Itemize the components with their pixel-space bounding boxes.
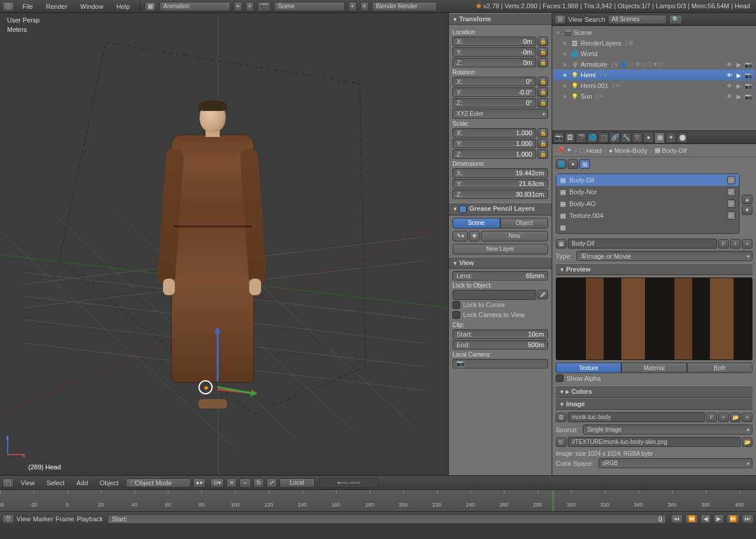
scale-y-field[interactable]: Y:1.000 <box>452 139 536 148</box>
manipulator-translate[interactable]: ↔ <box>239 478 251 488</box>
rotation-y-field[interactable]: Y:-0.0° <box>452 87 536 97</box>
rotation-mode-selector[interactable]: XYZ Euler <box>452 109 548 119</box>
tex-context-world[interactable]: 🌐 <box>556 159 566 169</box>
tab-data[interactable]: ▽ <box>632 132 643 143</box>
image-header[interactable]: Image <box>556 398 752 410</box>
lock-rot-x[interactable]: 🔓 <box>537 77 548 86</box>
tab-constraints[interactable]: 🔗 <box>610 132 620 143</box>
outliner-item-sun[interactable]: ⊕💡Sun| ☀👁▶📷 <box>553 91 755 102</box>
menu-file[interactable]: File <box>18 2 38 11</box>
keyframe-next-button[interactable]: ⏩ <box>726 514 739 524</box>
tab-material[interactable]: ● <box>643 132 654 143</box>
manipulator-scale[interactable]: ⤢ <box>266 478 277 488</box>
vp-object-menu[interactable]: Object <box>95 478 123 488</box>
image-new[interactable]: + <box>718 413 729 422</box>
lock-loc-z[interactable]: 🔓 <box>537 58 548 67</box>
lens-field[interactable]: Lens:65mm <box>452 271 548 280</box>
image-fake-user[interactable]: F <box>706 413 717 422</box>
keyframe-prev-button[interactable]: ⏪ <box>685 514 698 524</box>
preview-material-button[interactable]: Material <box>621 362 687 373</box>
preview-both-button[interactable]: Both <box>687 362 752 373</box>
scene-selector[interactable]: Scene <box>274 2 345 11</box>
gp-newlayer-button[interactable]: New Layer <box>452 244 548 254</box>
texture-slot-body-nor[interactable]: ▦Body-Nor✓ <box>556 186 739 198</box>
gp-add-button[interactable]: ✚ <box>469 231 480 241</box>
pin-icon[interactable]: 📌 <box>556 146 564 154</box>
location-z-field[interactable]: Z:0m <box>452 58 536 67</box>
menu-render[interactable]: Render <box>41 2 72 11</box>
colors-header[interactable]: ▸ Colors <box>556 386 752 398</box>
play-button[interactable]: ▶ <box>713 514 724 524</box>
breadcrumb-object[interactable]: ⬚ Head <box>579 146 602 154</box>
preview-texture-button[interactable]: Texture <box>556 362 621 373</box>
image-browse-icon[interactable]: 🖻 <box>556 413 566 422</box>
manipulator-z-axis[interactable] <box>217 332 219 381</box>
layout-icon[interactable]: ▦ <box>145 2 156 11</box>
texture-slot-body-ao[interactable]: ▦Body-AO✓ <box>556 198 739 210</box>
local-camera-field[interactable]: 📷 <box>452 359 548 368</box>
gp-panel-header[interactable]: Grease Pencil Layers <box>449 202 552 215</box>
lock-rot-z[interactable]: 🔓 <box>537 98 548 107</box>
layout-selector[interactable]: Animation <box>159 2 230 11</box>
viewport-editor-icon[interactable]: ⬚ <box>2 478 14 488</box>
pivot-selector[interactable]: ⊙▾ <box>210 478 224 488</box>
breadcrumb-texture[interactable]: ▦ Body-Dif <box>654 146 687 154</box>
texture-unlink-button[interactable]: × <box>742 239 752 249</box>
reload-icon[interactable]: ↻ <box>556 437 566 447</box>
vp-select-menu[interactable]: Select <box>42 478 70 488</box>
manipulator-toggle[interactable]: ⤧ <box>226 478 237 488</box>
menu-help[interactable]: Help <box>112 2 135 11</box>
vp-add-menu[interactable]: Add <box>71 478 93 488</box>
texture-slot-empty[interactable]: ▦ <box>556 221 739 233</box>
scene-add-button[interactable]: + <box>348 2 357 11</box>
tab-scene[interactable]: 🎬 <box>576 132 586 143</box>
outliner-item-hemi-001[interactable]: ⊕💡Hemi.001| ☀👁▶📷 <box>553 80 755 91</box>
tab-texture[interactable]: ▦ <box>654 132 665 143</box>
lock-scale-x[interactable]: 🔓 <box>537 128 548 138</box>
texture-slot-texture-004[interactable]: ▦Texture.004✓ <box>556 210 739 221</box>
outliner-search-menu[interactable]: Search <box>585 16 605 23</box>
clip-end-field[interactable]: End:500m <box>452 340 548 349</box>
layout-remove-button[interactable]: × <box>246 2 254 11</box>
layout-add-button[interactable]: + <box>234 2 242 11</box>
lock-camera-checkbox[interactable] <box>452 311 460 319</box>
location-x-field[interactable]: X:0m <box>452 37 536 46</box>
scene-remove-button[interactable]: × <box>360 2 369 11</box>
image-path-field[interactable]: //TEXTURE/monk-tuc-body-skin.png <box>568 437 741 447</box>
rotation-x-field[interactable]: X:0° <box>452 77 536 86</box>
outliner-filter-icon[interactable]: 🔍 <box>669 15 682 24</box>
lock-cursor-checkbox[interactable] <box>452 301 460 309</box>
image-unlink[interactable]: × <box>742 413 752 422</box>
location-y-field[interactable]: Y:-0m <box>452 47 536 57</box>
dim-x-field[interactable]: X:19.442cm <box>452 168 548 178</box>
image-source-selector[interactable]: Single Image <box>583 424 752 435</box>
tab-modifiers[interactable]: 🔧 <box>621 132 631 143</box>
tab-render[interactable]: 📷 <box>553 132 564 143</box>
gp-new-button[interactable]: New <box>481 231 548 241</box>
tab-particles[interactable]: ✦ <box>666 132 676 143</box>
3d-viewport[interactable]: User Persp Meters zx (289) Head <box>0 13 449 475</box>
info-editor-icon[interactable]: ⓘ <box>2 2 14 11</box>
eyedropper-icon[interactable]: 💉 <box>537 290 548 299</box>
scene-icon[interactable]: 🎬 <box>258 2 271 11</box>
show-alpha-checkbox[interactable] <box>556 374 563 382</box>
open-file-icon[interactable]: 📂 <box>742 437 752 447</box>
texture-slot-body-dif[interactable]: ▦Body-Dif✓ <box>556 174 739 186</box>
outliner-view-menu[interactable]: View <box>568 16 582 23</box>
dim-z-field[interactable]: Z:30.831cm <box>452 190 548 199</box>
tl-playback-menu[interactable]: Playback <box>77 515 103 522</box>
outliner-editor-icon[interactable]: ☰ <box>555 15 566 24</box>
texture-new-button[interactable]: + <box>730 239 741 249</box>
shading-selector[interactable]: ●▾ <box>193 478 206 488</box>
outliner-scope-selector[interactable]: All Scenes <box>608 15 667 24</box>
tl-view-menu[interactable]: View <box>17 515 31 522</box>
view-panel-header[interactable]: View <box>449 257 552 269</box>
gp-pencil-icon[interactable]: ✎▾ <box>452 231 468 241</box>
outliner-item-hemi[interactable]: ⊕💡Hemi| ☀👁▶📷 <box>553 70 755 80</box>
preview-header[interactable]: Preview <box>556 263 752 275</box>
orientation-selector[interactable]: Local <box>279 478 315 488</box>
manipulator-rotate[interactable]: ↻ <box>253 478 264 488</box>
lock-scale-z[interactable]: 🔓 <box>537 149 548 159</box>
texture-type-selector[interactable]: 🖻 Image or Movie <box>576 251 752 261</box>
fake-user-button[interactable]: F <box>718 239 729 249</box>
